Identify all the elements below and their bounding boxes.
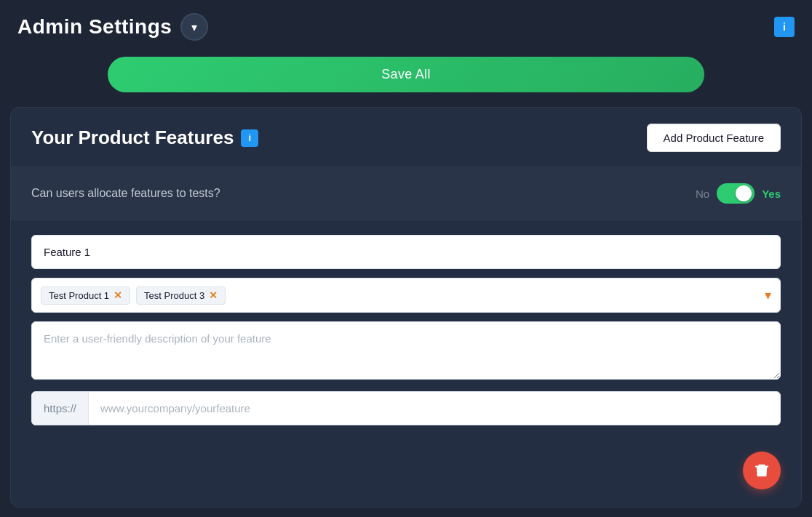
- fab-container: [11, 440, 801, 492]
- header: Admin Settings ▾ i: [0, 0, 812, 48]
- url-row: https://: [31, 391, 781, 425]
- card-title-group: Your Product Features i: [31, 127, 258, 149]
- dropdown-button[interactable]: ▾: [180, 13, 208, 41]
- feature-name-input[interactable]: [31, 235, 781, 269]
- toggle-section: Can users allocate features to tests? No…: [11, 167, 801, 220]
- page-title: Admin Settings: [17, 15, 172, 39]
- tag-label: Test Product 3: [144, 290, 204, 301]
- url-prefix-label: https://: [32, 392, 89, 425]
- allocate-features-toggle[interactable]: [717, 183, 755, 204]
- tags-container: Test Product 1 ✕ Test Product 3 ✕: [41, 286, 759, 305]
- products-select[interactable]: Test Product 1 ✕ Test Product 3 ✕ ▾: [31, 278, 781, 313]
- header-left: Admin Settings ▾: [17, 13, 208, 41]
- header-info-button[interactable]: i: [774, 17, 795, 37]
- tag-test-product-1: Test Product 1 ✕: [41, 286, 130, 305]
- save-all-container: Save All: [0, 48, 812, 107]
- toggle-yes-label: Yes: [762, 188, 781, 200]
- url-input[interactable]: [89, 392, 780, 425]
- chevron-down-icon: ▾: [191, 20, 197, 34]
- card-header: Your Product Features i Add Product Feat…: [11, 108, 801, 167]
- remove-tag-test-product-1[interactable]: ✕: [114, 290, 122, 300]
- toggle-group: No Yes: [696, 183, 781, 204]
- feature-description-textarea[interactable]: [31, 321, 781, 380]
- save-all-button[interactable]: Save All: [108, 57, 704, 92]
- main-card: Your Product Features i Add Product Feat…: [10, 107, 802, 508]
- remove-tag-test-product-3[interactable]: ✕: [209, 290, 218, 300]
- delete-feature-button[interactable]: [743, 452, 781, 489]
- tag-label: Test Product 1: [49, 290, 109, 301]
- add-product-feature-button[interactable]: Add Product Feature: [647, 124, 781, 152]
- trash-icon: [754, 462, 770, 478]
- toggle-no-label: No: [696, 188, 709, 200]
- tag-test-product-3: Test Product 3 ✕: [136, 286, 226, 305]
- toggle-question-label: Can users allocate features to tests?: [31, 187, 220, 200]
- card-info-badge[interactable]: i: [241, 129, 258, 147]
- card-title: Your Product Features: [31, 127, 234, 149]
- products-dropdown-arrow: ▾: [759, 287, 771, 303]
- feature-form: Test Product 1 ✕ Test Product 3 ✕ ▾ http…: [11, 220, 801, 440]
